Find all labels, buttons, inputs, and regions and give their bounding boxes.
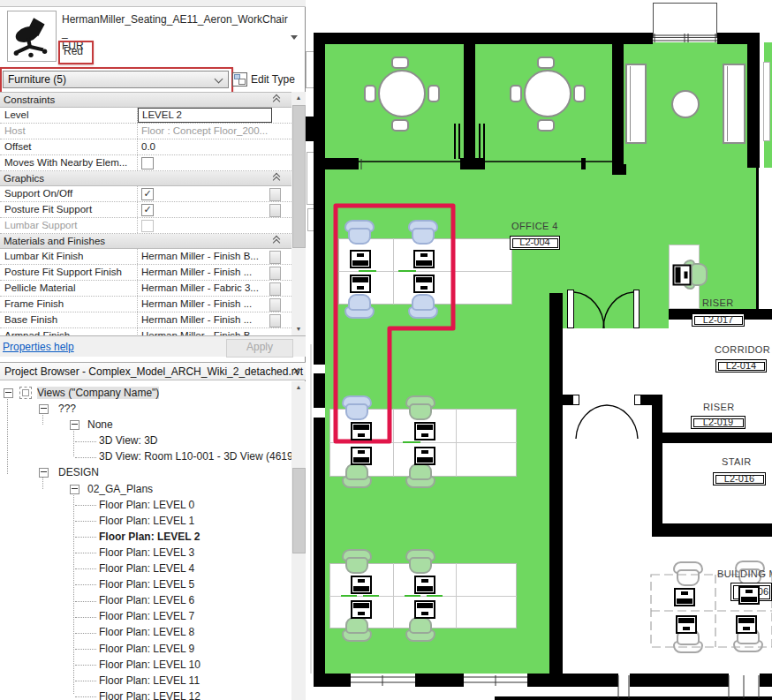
tree-item-unknown[interactable]: ???: [0, 401, 291, 417]
desktop-pc-icon[interactable]: [736, 615, 757, 634]
room-tag-office4[interactable]: L2-004: [510, 236, 560, 250]
browse-material-button[interactable]: [269, 298, 281, 312]
apply-button[interactable]: Apply: [226, 339, 293, 358]
property-row-frame-finish[interactable]: Frame Finish Herman Miller - Finish ...: [0, 297, 291, 312]
section-header-materials[interactable]: Materials and Finishes: [0, 234, 291, 249]
desktop-pc-icon[interactable]: [414, 422, 435, 440]
scrollbar-thumb[interactable]: [292, 105, 306, 248]
aeron-chair-selected[interactable]: [342, 395, 372, 420]
aeron-chair[interactable]: [405, 617, 435, 642]
round-table[interactable]: [524, 70, 571, 117]
desktop-pc-icon[interactable]: [414, 600, 435, 619]
aeron-chair[interactable]: [405, 395, 435, 420]
room-tag-riser2[interactable]: L2-019: [691, 416, 746, 429]
tree-item-floor-plan-level-5[interactable]: Floor Plan: LEVEL 5: [0, 576, 291, 592]
project-browser-titlebar[interactable]: Project Browser - Complex_Model_ARCH_Wik…: [0, 362, 306, 380]
tree-item-views[interactable]: Views ("Company Name"): [0, 385, 291, 401]
office-chair[interactable]: [673, 561, 703, 586]
close-icon[interactable]: ×: [293, 364, 300, 378]
property-row-offset[interactable]: Offset 0.0: [0, 139, 291, 155]
aeron-chair-selected[interactable]: [408, 220, 438, 245]
properties-help-link[interactable]: Properties help: [3, 341, 74, 353]
collapse-chevron-icon[interactable]: [274, 95, 279, 102]
associate-parameter-button[interactable]: [269, 188, 281, 201]
room-tag-corridor[interactable]: L2-014: [715, 359, 767, 373]
tree-item-3d-view[interactable]: 3D View: 3D: [0, 433, 291, 448]
collapse-box-icon[interactable]: [39, 404, 49, 414]
room-name-stair[interactable]: STAIR: [722, 456, 752, 467]
aeron-chair[interactable]: [405, 549, 435, 574]
bay-window-element[interactable]: [653, 3, 717, 38]
property-row-level[interactable]: Level LEVEL 2: [0, 108, 291, 124]
tree-item-ga-plans[interactable]: 02_GA_Plans: [0, 481, 291, 497]
room-tag-stair[interactable]: L2-016: [713, 472, 766, 485]
tree-item-floor-plan-level-8[interactable]: Floor Plan: LEVEL 8: [0, 624, 291, 640]
desktop-pc-icon[interactable]: [351, 576, 372, 594]
collapse-box-icon[interactable]: [70, 420, 79, 430]
browser-scrollbar[interactable]: ▲: [291, 381, 306, 700]
tree-item-floor-plan-level-3[interactable]: Floor Plan: LEVEL 3: [0, 545, 291, 561]
scroll-up-arrow[interactable]: ▲: [291, 92, 306, 104]
tree-item-floor-plan-level-12[interactable]: Floor Plan: LEVEL 12: [0, 689, 291, 700]
type-name[interactable]: HermanMiller_Seating_AE11_Aeron_WorkChai…: [62, 13, 290, 53]
coffee-table[interactable]: [671, 90, 700, 118]
desktop-pc-icon[interactable]: [351, 447, 372, 465]
desktop-pc-icon[interactable]: [350, 275, 371, 293]
property-row-posture-fit-finish[interactable]: Posture Fit Support Finish Herman Miller…: [0, 265, 291, 281]
desktop-pc-icon[interactable]: [673, 265, 692, 286]
tree-item-none[interactable]: None: [0, 417, 291, 433]
scrollbar-thumb[interactable]: [292, 468, 306, 553]
tree-item-3d-view-room[interactable]: 3D View: Room L10-001 - 3D View (4619-4: [0, 448, 291, 464]
round-table[interactable]: [378, 70, 426, 117]
room-name-building[interactable]: BUILDING M: [717, 568, 772, 579]
floor-plan-canvas[interactable]: OFFICE 4 L2-004 RISER L2-017 CORRIDOR L2…: [306, 0, 772, 700]
property-row-posture-fit[interactable]: Posture Fit Support ✓: [0, 202, 291, 218]
room-name-riser2[interactable]: RISER: [703, 402, 735, 412]
collapse-box-icon[interactable]: [70, 485, 79, 494]
category-selector-combobox[interactable]: Furniture (5): [3, 71, 229, 88]
property-row-moves-with-nearby[interactable]: Moves With Nearby Elem...: [0, 155, 291, 171]
properties-scrollbar[interactable]: ▲ ▼: [291, 92, 306, 335]
aeron-chair-selected[interactable]: [344, 220, 375, 245]
table-chair[interactable]: [364, 85, 376, 102]
door-leaf[interactable]: [633, 290, 640, 328]
collapse-chevron-icon[interactable]: [274, 237, 279, 244]
desktop-pc-icon[interactable]: [413, 275, 435, 293]
tree-item-floor-plan-level-0[interactable]: Floor Plan: LEVEL 0: [0, 497, 291, 513]
associate-parameter-button[interactable]: [269, 204, 281, 217]
property-row-base-finish[interactable]: Base Finish Herman Miller - Finish ...: [0, 312, 291, 328]
property-row-pellicle-material[interactable]: Pellicle Material Herman Miller - Fabric…: [0, 281, 291, 297]
browse-material-button[interactable]: [269, 251, 281, 264]
browse-material-button[interactable]: [269, 314, 281, 327]
checkbox-checked[interactable]: ✓: [141, 188, 154, 200]
tree-item-floor-plan-level-2[interactable]: Floor Plan: LEVEL 2: [0, 529, 291, 545]
aeron-chair[interactable]: [342, 549, 372, 574]
room-tag-riser1[interactable]: L2-017: [692, 313, 745, 327]
table-chair[interactable]: [537, 56, 555, 69]
room-name-corridor[interactable]: CORRIDOR: [715, 344, 770, 355]
aeron-chair[interactable]: [342, 617, 372, 642]
section-header-graphics[interactable]: Graphics: [0, 171, 291, 186]
table-chair[interactable]: [391, 56, 409, 69]
desktop-pc-icon[interactable]: [674, 588, 695, 606]
desktop-pc-icon[interactable]: [351, 422, 372, 440]
property-row-support-onoff[interactable]: Support On/Off ✓: [0, 186, 291, 202]
desktop-pc-icon[interactable]: [738, 586, 760, 605]
desktop-pc-icon[interactable]: [350, 250, 371, 268]
scroll-down-arrow[interactable]: ▼: [291, 323, 306, 335]
room-name-riser1[interactable]: RISER: [702, 297, 734, 308]
desktop-pc-icon[interactable]: [676, 615, 697, 634]
property-row-lumbar-kit-finish[interactable]: Lumbar Kit Finish Herman Miller - Finish…: [0, 249, 291, 265]
table-chair[interactable]: [573, 85, 586, 102]
collapse-chevron-icon[interactable]: [274, 174, 279, 181]
desktop-pc-icon[interactable]: [414, 447, 435, 465]
type-selector-dropdown-arrow[interactable]: [291, 35, 298, 40]
desktop-pc-icon[interactable]: [351, 600, 372, 619]
aeron-chair[interactable]: [342, 463, 372, 488]
tree-item-floor-plan-level-6[interactable]: Floor Plan: LEVEL 6: [0, 592, 291, 608]
desktop-pc-icon[interactable]: [414, 576, 435, 594]
section-header-constraints[interactable]: Constraints: [0, 93, 291, 108]
table-chair[interactable]: [510, 85, 522, 102]
checkbox-checked[interactable]: ✓: [141, 204, 154, 216]
edit-type-button[interactable]: Edit Type: [232, 70, 303, 89]
